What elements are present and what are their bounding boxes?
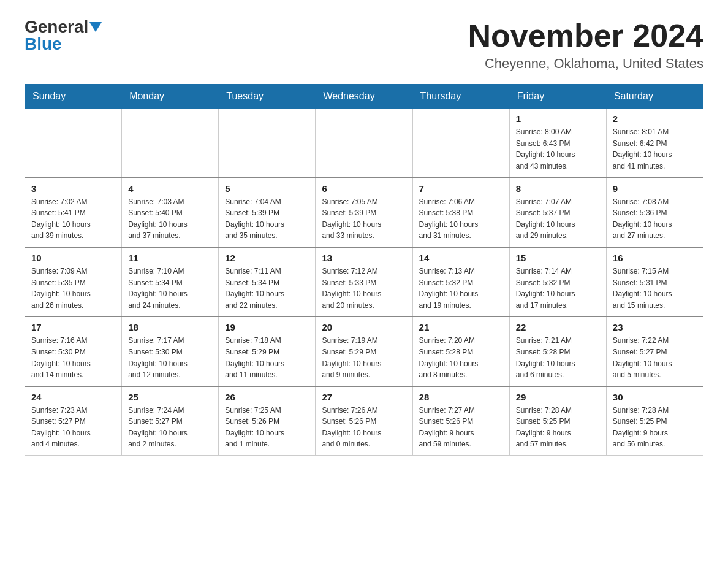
day-number: 29 bbox=[516, 392, 600, 402]
calendar-cell: 10Sunrise: 7:09 AM Sunset: 5:35 PM Dayli… bbox=[25, 247, 122, 316]
day-number: 10 bbox=[31, 253, 115, 263]
calendar-cell: 7Sunrise: 7:06 AM Sunset: 5:38 PM Daylig… bbox=[412, 178, 509, 247]
logo-triangle-icon bbox=[89, 22, 102, 32]
day-info: Sunrise: 7:23 AM Sunset: 5:27 PM Dayligh… bbox=[31, 405, 115, 450]
week-row-4: 17Sunrise: 7:16 AM Sunset: 5:30 PM Dayli… bbox=[25, 316, 703, 386]
day-number: 18 bbox=[128, 322, 212, 332]
calendar-cell: 9Sunrise: 7:08 AM Sunset: 5:36 PM Daylig… bbox=[606, 178, 703, 247]
day-number: 7 bbox=[419, 183, 503, 194]
day-info: Sunrise: 7:05 AM Sunset: 5:39 PM Dayligh… bbox=[322, 196, 406, 242]
logo-blue-text: Blue bbox=[25, 36, 62, 53]
logo: General Blue bbox=[25, 18, 102, 53]
calendar-cell: 18Sunrise: 7:17 AM Sunset: 5:30 PM Dayli… bbox=[122, 316, 219, 386]
day-header-saturday: Saturday bbox=[606, 85, 703, 109]
day-number: 4 bbox=[128, 183, 212, 194]
day-info: Sunrise: 7:24 AM Sunset: 5:27 PM Dayligh… bbox=[128, 405, 212, 450]
day-number: 27 bbox=[322, 392, 406, 402]
week-row-1: 1Sunrise: 8:00 AM Sunset: 6:43 PM Daylig… bbox=[25, 109, 703, 178]
calendar-cell: 19Sunrise: 7:18 AM Sunset: 5:29 PM Dayli… bbox=[219, 316, 316, 386]
day-info: Sunrise: 7:18 AM Sunset: 5:29 PM Dayligh… bbox=[225, 335, 309, 380]
calendar-cell: 1Sunrise: 8:00 AM Sunset: 6:43 PM Daylig… bbox=[509, 109, 606, 178]
day-info: Sunrise: 7:04 AM Sunset: 5:39 PM Dayligh… bbox=[225, 196, 309, 242]
day-info: Sunrise: 7:09 AM Sunset: 5:35 PM Dayligh… bbox=[31, 266, 115, 311]
calendar-cell: 28Sunrise: 7:27 AM Sunset: 5:26 PM Dayli… bbox=[412, 386, 509, 456]
calendar-cell bbox=[219, 109, 316, 178]
day-info: Sunrise: 7:08 AM Sunset: 5:36 PM Dayligh… bbox=[613, 196, 697, 242]
calendar-cell: 22Sunrise: 7:21 AM Sunset: 5:28 PM Dayli… bbox=[509, 316, 606, 386]
calendar-cell: 30Sunrise: 7:28 AM Sunset: 5:25 PM Dayli… bbox=[606, 386, 703, 456]
calendar-cell: 16Sunrise: 7:15 AM Sunset: 5:31 PM Dayli… bbox=[606, 247, 703, 316]
calendar-cell bbox=[412, 109, 509, 178]
day-info: Sunrise: 8:01 AM Sunset: 6:42 PM Dayligh… bbox=[613, 126, 697, 172]
day-number: 2 bbox=[613, 113, 697, 124]
day-info: Sunrise: 7:28 AM Sunset: 5:25 PM Dayligh… bbox=[516, 405, 600, 450]
calendar-cell: 13Sunrise: 7:12 AM Sunset: 5:33 PM Dayli… bbox=[316, 247, 412, 316]
day-number: 24 bbox=[31, 392, 115, 402]
day-number: 9 bbox=[613, 183, 697, 194]
calendar-cell: 8Sunrise: 7:07 AM Sunset: 5:37 PM Daylig… bbox=[509, 178, 606, 247]
calendar-cell bbox=[25, 109, 122, 178]
calendar-cell: 17Sunrise: 7:16 AM Sunset: 5:30 PM Dayli… bbox=[25, 316, 122, 386]
day-number: 17 bbox=[31, 322, 115, 332]
day-header-tuesday: Tuesday bbox=[219, 85, 316, 109]
day-info: Sunrise: 7:06 AM Sunset: 5:38 PM Dayligh… bbox=[419, 196, 503, 242]
day-number: 13 bbox=[322, 253, 406, 263]
calendar-cell: 29Sunrise: 7:28 AM Sunset: 5:25 PM Dayli… bbox=[509, 386, 606, 456]
calendar-cell: 14Sunrise: 7:13 AM Sunset: 5:32 PM Dayli… bbox=[412, 247, 509, 316]
calendar-cell: 4Sunrise: 7:03 AM Sunset: 5:40 PM Daylig… bbox=[122, 178, 219, 247]
day-header-friday: Friday bbox=[509, 85, 606, 109]
calendar-cell: 21Sunrise: 7:20 AM Sunset: 5:28 PM Dayli… bbox=[412, 316, 509, 386]
title-area: November 2024 Cheyenne, Oklahoma, United… bbox=[468, 18, 703, 72]
calendar-cell: 27Sunrise: 7:26 AM Sunset: 5:26 PM Dayli… bbox=[316, 386, 412, 456]
day-number: 5 bbox=[225, 183, 309, 194]
day-info: Sunrise: 7:11 AM Sunset: 5:34 PM Dayligh… bbox=[225, 266, 309, 311]
day-number: 22 bbox=[516, 322, 600, 332]
day-info: Sunrise: 7:22 AM Sunset: 5:27 PM Dayligh… bbox=[613, 335, 697, 380]
day-number: 20 bbox=[322, 322, 406, 332]
day-headers-row: SundayMondayTuesdayWednesdayThursdayFrid… bbox=[25, 85, 703, 109]
day-info: Sunrise: 7:03 AM Sunset: 5:40 PM Dayligh… bbox=[128, 196, 212, 242]
day-number: 19 bbox=[225, 322, 309, 332]
day-info: Sunrise: 7:13 AM Sunset: 5:32 PM Dayligh… bbox=[419, 266, 503, 311]
day-info: Sunrise: 7:27 AM Sunset: 5:26 PM Dayligh… bbox=[419, 405, 503, 450]
calendar-cell: 26Sunrise: 7:25 AM Sunset: 5:26 PM Dayli… bbox=[219, 386, 316, 456]
calendar-cell: 5Sunrise: 7:04 AM Sunset: 5:39 PM Daylig… bbox=[219, 178, 316, 247]
day-header-wednesday: Wednesday bbox=[316, 85, 412, 109]
day-number: 16 bbox=[613, 253, 697, 263]
page-header: General Blue November 2024 Cheyenne, Okl… bbox=[25, 18, 703, 72]
logo-general-text: General bbox=[25, 18, 88, 36]
day-number: 30 bbox=[613, 392, 697, 402]
day-number: 6 bbox=[322, 183, 406, 194]
day-info: Sunrise: 7:25 AM Sunset: 5:26 PM Dayligh… bbox=[225, 405, 309, 450]
week-row-5: 24Sunrise: 7:23 AM Sunset: 5:27 PM Dayli… bbox=[25, 386, 703, 456]
day-number: 14 bbox=[419, 253, 503, 263]
day-info: Sunrise: 7:07 AM Sunset: 5:37 PM Dayligh… bbox=[516, 196, 600, 242]
day-number: 12 bbox=[225, 253, 309, 263]
calendar-cell: 15Sunrise: 7:14 AM Sunset: 5:32 PM Dayli… bbox=[509, 247, 606, 316]
calendar-cell: 6Sunrise: 7:05 AM Sunset: 5:39 PM Daylig… bbox=[316, 178, 412, 247]
day-info: Sunrise: 7:26 AM Sunset: 5:26 PM Dayligh… bbox=[322, 405, 406, 450]
day-info: Sunrise: 7:20 AM Sunset: 5:28 PM Dayligh… bbox=[419, 335, 503, 380]
calendar-cell: 3Sunrise: 7:02 AM Sunset: 5:41 PM Daylig… bbox=[25, 178, 122, 247]
calendar-cell bbox=[316, 109, 412, 178]
day-number: 8 bbox=[516, 183, 600, 194]
day-number: 26 bbox=[225, 392, 309, 402]
day-header-thursday: Thursday bbox=[412, 85, 509, 109]
day-info: Sunrise: 7:28 AM Sunset: 5:25 PM Dayligh… bbox=[613, 405, 697, 450]
calendar-table: SundayMondayTuesdayWednesdayThursdayFrid… bbox=[25, 84, 703, 456]
calendar-cell: 20Sunrise: 7:19 AM Sunset: 5:29 PM Dayli… bbox=[316, 316, 412, 386]
location-title: Cheyenne, Oklahoma, United States bbox=[468, 56, 703, 72]
week-row-3: 10Sunrise: 7:09 AM Sunset: 5:35 PM Dayli… bbox=[25, 247, 703, 316]
day-info: Sunrise: 7:16 AM Sunset: 5:30 PM Dayligh… bbox=[31, 335, 115, 380]
calendar-cell bbox=[122, 109, 219, 178]
day-header-sunday: Sunday bbox=[25, 85, 122, 109]
calendar-cell: 23Sunrise: 7:22 AM Sunset: 5:27 PM Dayli… bbox=[606, 316, 703, 386]
day-info: Sunrise: 7:19 AM Sunset: 5:29 PM Dayligh… bbox=[322, 335, 406, 380]
day-number: 15 bbox=[516, 253, 600, 263]
day-header-monday: Monday bbox=[122, 85, 219, 109]
day-number: 25 bbox=[128, 392, 212, 402]
day-info: Sunrise: 7:15 AM Sunset: 5:31 PM Dayligh… bbox=[613, 266, 697, 311]
day-info: Sunrise: 7:17 AM Sunset: 5:30 PM Dayligh… bbox=[128, 335, 212, 380]
day-info: Sunrise: 7:02 AM Sunset: 5:41 PM Dayligh… bbox=[31, 196, 115, 242]
calendar-cell: 25Sunrise: 7:24 AM Sunset: 5:27 PM Dayli… bbox=[122, 386, 219, 456]
